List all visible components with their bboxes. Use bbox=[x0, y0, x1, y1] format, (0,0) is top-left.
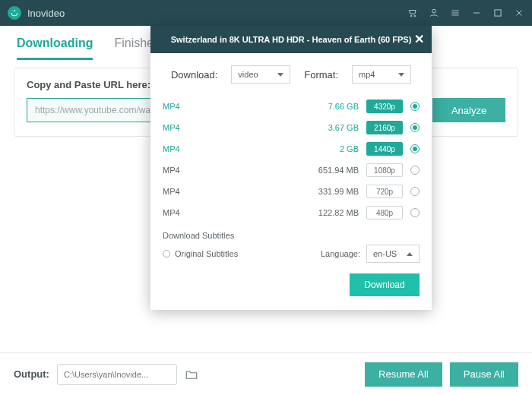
footer: Output: C:\Users\yan\Inovide... Resume A… bbox=[0, 352, 532, 395]
format-list[interactable]: MP47.66 GB4320pMP43.67 GB2160pMP42 GB144… bbox=[150, 96, 432, 225]
chevron-up-icon bbox=[407, 252, 413, 256]
format-row[interactable]: MP4331.99 MB720p bbox=[163, 181, 420, 202]
output-label: Output: bbox=[14, 368, 49, 380]
format-row[interactable]: MP42 GB1440p bbox=[163, 138, 420, 160]
subtitles-panel: Download Subtitles Original Subtitles La… bbox=[150, 225, 432, 263]
format-row[interactable]: MP4122.82 MB480p bbox=[163, 202, 420, 223]
format-row[interactable]: MP4651.94 MB1080p bbox=[163, 160, 420, 181]
radio-icon bbox=[163, 250, 170, 258]
format-row[interactable]: MP43.67 GB2160p bbox=[163, 117, 420, 138]
language-select[interactable]: en-US bbox=[366, 245, 420, 263]
download-button[interactable]: Download bbox=[350, 273, 420, 296]
format-name: MP4 bbox=[163, 166, 207, 175]
format-size: 2 GB bbox=[214, 144, 359, 153]
radio-icon bbox=[410, 166, 420, 175]
resume-all-button[interactable]: Resume All bbox=[365, 362, 442, 387]
language-label: Language: bbox=[321, 249, 360, 258]
chevron-down-icon bbox=[277, 73, 283, 77]
resolution-badge: 2160p bbox=[366, 121, 403, 134]
maximize-icon[interactable] bbox=[492, 8, 503, 18]
app-logo-icon bbox=[8, 6, 21, 20]
format-row[interactable]: MP47.66 GB4320p bbox=[163, 96, 420, 117]
format-size: 7.66 GB bbox=[214, 102, 359, 111]
output-path[interactable]: C:\Users\yan\Inovide... bbox=[57, 364, 177, 385]
pause-all-button[interactable]: Pause All bbox=[450, 362, 518, 387]
modal-title: Switzerland in 8K ULTRA HD HDR - Heaven … bbox=[150, 26, 432, 53]
format-name: MP4 bbox=[163, 102, 207, 111]
close-icon[interactable] bbox=[514, 8, 524, 18]
resolution-badge: 1080p bbox=[366, 163, 403, 177]
original-subtitles-option[interactable]: Original Subtitles bbox=[163, 249, 238, 258]
format-label: Format: bbox=[304, 69, 338, 81]
download-modal: Switzerland in 8K ULTRA HD HDR - Heaven … bbox=[150, 26, 432, 310]
format-name: MP4 bbox=[163, 123, 207, 132]
radio-icon bbox=[410, 144, 420, 153]
chevron-down-icon bbox=[398, 73, 404, 77]
cart-icon[interactable] bbox=[407, 8, 418, 18]
analyze-button[interactable]: Analyze bbox=[432, 98, 505, 122]
titlebar: Inovideo bbox=[0, 0, 532, 26]
menu-icon[interactable] bbox=[450, 8, 461, 18]
format-name: MP4 bbox=[163, 144, 207, 153]
radio-icon bbox=[410, 208, 420, 217]
app-name: Inovideo bbox=[27, 8, 407, 19]
svg-point-2 bbox=[432, 9, 436, 13]
system-icons bbox=[407, 8, 524, 18]
resolution-badge: 720p bbox=[366, 185, 403, 198]
format-size: 331.99 MB bbox=[214, 187, 359, 196]
modal-close-icon[interactable]: ✕ bbox=[414, 32, 424, 46]
tab-downloading[interactable]: Downloading bbox=[17, 36, 93, 60]
svg-point-1 bbox=[414, 15, 416, 17]
svg-rect-3 bbox=[495, 10, 501, 16]
subtitles-title: Download Subtitles bbox=[163, 231, 420, 240]
minimize-icon[interactable] bbox=[471, 8, 482, 18]
user-icon[interactable] bbox=[429, 8, 439, 18]
format-size: 3.67 GB bbox=[214, 123, 359, 132]
format-select[interactable]: mp4 bbox=[352, 65, 411, 84]
download-type-label: Download: bbox=[171, 69, 217, 81]
radio-icon bbox=[410, 123, 420, 132]
format-size: 122.82 MB bbox=[214, 208, 359, 217]
radio-icon bbox=[410, 102, 420, 111]
resolution-badge: 480p bbox=[366, 206, 403, 220]
download-type-select[interactable]: video bbox=[231, 65, 290, 84]
svg-point-0 bbox=[410, 15, 412, 17]
resolution-badge: 1440p bbox=[366, 142, 403, 156]
modal-controls: Download: video Format: mp4 bbox=[150, 53, 432, 96]
radio-icon bbox=[410, 187, 420, 196]
format-row[interactable]: MP493.86 MB360p bbox=[163, 223, 420, 225]
format-name: MP4 bbox=[163, 187, 207, 196]
folder-icon[interactable] bbox=[185, 368, 198, 381]
format-name: MP4 bbox=[163, 208, 207, 217]
format-size: 651.94 MB bbox=[214, 166, 359, 175]
resolution-badge: 4320p bbox=[366, 100, 403, 113]
